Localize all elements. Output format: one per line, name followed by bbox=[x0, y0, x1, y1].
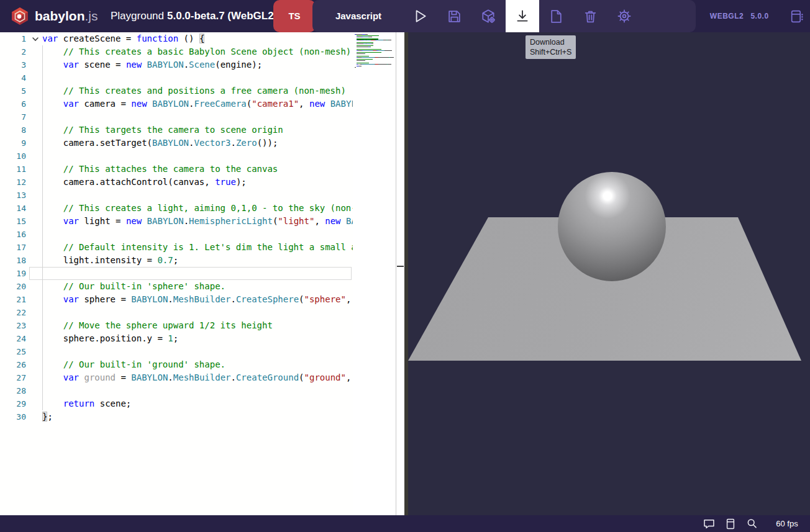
line-number: 2 bbox=[0, 45, 26, 58]
notebook-icon bbox=[724, 518, 737, 530]
minimap-content bbox=[355, 34, 393, 68]
code-line[interactable]: // This creates a basic Babylon Scene ob… bbox=[42, 45, 353, 58]
clear-button[interactable] bbox=[576, 0, 604, 32]
new-document-icon bbox=[548, 9, 564, 24]
code-line[interactable]: var camera = new BABYLON.FreeCamera("cam… bbox=[42, 97, 353, 110]
babylon-logo-icon[interactable] bbox=[10, 6, 30, 26]
minimap-line bbox=[355, 50, 393, 51]
typescript-toggle-button[interactable]: TS bbox=[273, 0, 316, 32]
line-number: 28 bbox=[0, 384, 26, 397]
chat-bubble-icon bbox=[703, 517, 716, 530]
line-number: 29 bbox=[0, 397, 26, 410]
search-icon bbox=[745, 517, 758, 530]
new-playground-button[interactable] bbox=[542, 0, 570, 32]
line-number: 24 bbox=[0, 332, 26, 345]
settings-button[interactable] bbox=[611, 0, 638, 32]
line-number: 4 bbox=[0, 71, 26, 84]
current-language-label[interactable]: Javascript bbox=[317, 0, 399, 32]
line-number: 5 bbox=[0, 84, 26, 97]
line-number: 11 bbox=[0, 163, 26, 176]
code-line[interactable]: }; bbox=[42, 410, 353, 423]
code-line[interactable]: var scene = new BABYLON.Scene(engine); bbox=[42, 58, 353, 71]
code-lines[interactable]: var createScene = function () { // This … bbox=[42, 32, 353, 423]
code-line[interactable]: sphere.position.y = 1; bbox=[42, 332, 353, 345]
minimap-line bbox=[355, 67, 393, 68]
playground-window: babylon.js Playground5.0.0-beta.7 (WebGL… bbox=[0, 0, 810, 532]
inspector-cube-icon bbox=[480, 8, 496, 24]
line-number: 25 bbox=[0, 345, 26, 358]
code-line[interactable]: camera.setTarget(BABYLON.Vector3.Zero())… bbox=[42, 137, 353, 150]
minimap-line bbox=[355, 57, 393, 58]
line-number: 16 bbox=[0, 228, 26, 241]
search-button[interactable] bbox=[742, 515, 761, 532]
line-number: 1 bbox=[0, 32, 26, 45]
line-number: 18 bbox=[0, 254, 26, 267]
code-line[interactable]: var light = new BABYLON.HemisphericLight… bbox=[42, 215, 353, 228]
examples-button[interactable] bbox=[783, 0, 810, 32]
docs-button[interactable] bbox=[721, 515, 740, 532]
code-line[interactable] bbox=[42, 267, 353, 280]
code-line[interactable]: var sphere = BABYLON.MeshBuilder.CreateS… bbox=[42, 293, 353, 306]
line-number: 7 bbox=[0, 110, 26, 124]
toolbar-panel: Javascript bbox=[312, 0, 696, 32]
line-number: 20 bbox=[0, 280, 26, 293]
code-line[interactable] bbox=[42, 345, 353, 358]
code-line[interactable] bbox=[42, 71, 353, 84]
line-number: 3 bbox=[0, 58, 26, 71]
code-line[interactable]: // Default intensity is 1. Let's dim the… bbox=[42, 241, 353, 254]
code-line[interactable]: light.intensity = 0.7; bbox=[42, 254, 353, 267]
line-number: 14 bbox=[0, 202, 26, 215]
line-number: 30 bbox=[0, 410, 26, 423]
code-line[interactable]: // Our built-in 'ground' shape. bbox=[42, 358, 353, 371]
line-number: 9 bbox=[0, 137, 26, 150]
render-canvas[interactable] bbox=[408, 32, 810, 515]
download-icon bbox=[514, 8, 530, 24]
minimap[interactable] bbox=[353, 32, 396, 515]
run-button[interactable] bbox=[406, 0, 434, 32]
fold-chevron-down-icon[interactable] bbox=[31, 35, 40, 43]
code-line[interactable] bbox=[42, 150, 353, 163]
splitter-handle[interactable] bbox=[397, 266, 404, 267]
code-line[interactable]: // This targets the camera to scene orig… bbox=[42, 124, 353, 137]
code-line[interactable]: var createScene = function () { bbox=[42, 32, 353, 45]
line-number: 17 bbox=[0, 241, 26, 254]
code-line[interactable] bbox=[42, 228, 353, 241]
code-editor[interactable]: 1234567891011121314151617181920212223242… bbox=[0, 32, 353, 515]
code-line[interactable] bbox=[42, 189, 353, 202]
version-label: 5.0.0-beta.7 (WebGL2) bbox=[167, 10, 277, 22]
code-line[interactable]: var ground = BABYLON.MeshBuilder.CreateG… bbox=[42, 371, 353, 384]
sphere-mesh bbox=[558, 172, 666, 281]
comments-button[interactable] bbox=[699, 515, 718, 532]
page-title: Playground5.0.0-beta.7 (WebGL2) bbox=[111, 0, 277, 32]
line-number: 15 bbox=[0, 215, 26, 228]
minimap-line bbox=[355, 64, 393, 65]
code-line[interactable] bbox=[42, 306, 353, 319]
code-line[interactable]: camera.attachControl(canvas, true); bbox=[42, 176, 353, 189]
code-line[interactable]: // Our built-in 'sphere' shape. bbox=[42, 280, 353, 293]
code-line[interactable]: return scene; bbox=[42, 397, 353, 410]
line-number: 27 bbox=[0, 371, 26, 384]
code-line[interactable]: // This creates a light, aiming 0,1,0 - … bbox=[42, 202, 353, 215]
save-button[interactable] bbox=[440, 0, 468, 32]
minimap-line bbox=[355, 40, 393, 40]
gutter: 1234567891011121314151617181920212223242… bbox=[0, 32, 26, 423]
line-number: 23 bbox=[0, 319, 26, 332]
brand-name: babylon bbox=[35, 9, 85, 23]
brand-title: babylon.js bbox=[35, 0, 98, 32]
line-number: 6 bbox=[0, 97, 26, 110]
line-number: 12 bbox=[0, 176, 26, 189]
inspector-button[interactable] bbox=[475, 0, 502, 32]
status-bar: 60 fps bbox=[0, 515, 810, 532]
code-line[interactable]: // This creates and positions a free cam… bbox=[42, 84, 353, 97]
code-line[interactable]: // Move the sphere upward 1/2 its height bbox=[42, 319, 353, 332]
line-number: 21 bbox=[0, 293, 26, 306]
trash-icon bbox=[583, 9, 598, 24]
save-icon bbox=[447, 9, 462, 24]
line-number: 26 bbox=[0, 358, 26, 371]
code-line[interactable]: // This attaches the camera to the canva… bbox=[42, 163, 353, 176]
code-line[interactable] bbox=[42, 110, 353, 124]
download-button[interactable] bbox=[506, 0, 539, 32]
code-line[interactable] bbox=[42, 384, 353, 397]
gear-icon bbox=[616, 8, 632, 24]
play-icon bbox=[412, 8, 428, 24]
